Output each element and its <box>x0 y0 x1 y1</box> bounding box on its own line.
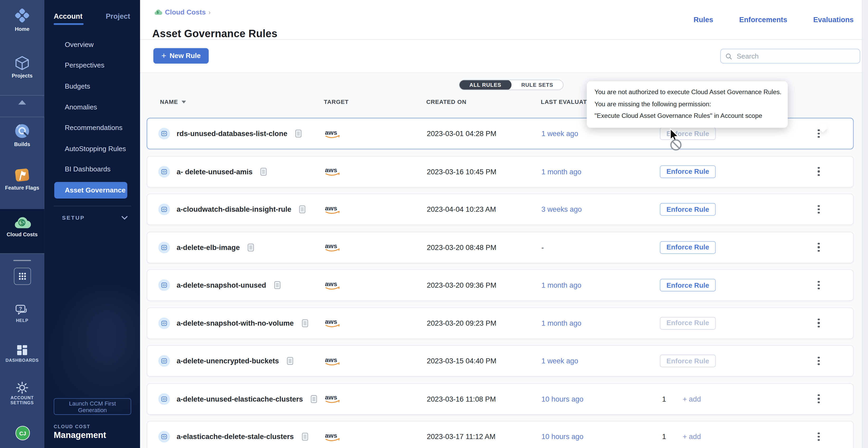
rail-item-dashboards[interactable]: DASHBOARDS <box>0 344 44 364</box>
svg-text:?: ? <box>19 306 22 311</box>
table-row[interactable]: a-elasticache-delete-stale-clusters aws … <box>147 421 854 448</box>
sidebar-item-bi-dashboards[interactable]: BI Dashboards <box>44 159 140 180</box>
module-rail: HomeProjectsBuildsFeature Flags$Cloud Co… <box>0 0 44 448</box>
enforce-rule-button[interactable]: Enforce Rule <box>660 165 716 178</box>
kebab-menu-icon[interactable] <box>813 278 824 292</box>
rail-item-builds[interactable]: Builds <box>0 123 44 148</box>
sidebar-item-perspectives[interactable]: Perspectives <box>44 55 140 76</box>
aws-logo: aws <box>324 204 427 215</box>
sidebar-tab-project[interactable]: Project <box>106 12 130 24</box>
kebab-menu-icon[interactable] <box>813 316 824 331</box>
last-evaluation: 1 week ago <box>541 130 660 138</box>
tab-all-rules[interactable]: ALL RULES <box>460 80 511 90</box>
sidebar-item-asset-governance[interactable]: Asset Governance <box>44 180 140 201</box>
sidebar-item-anomalies[interactable]: Anomalies <box>44 97 140 117</box>
enforce-rule-button[interactable]: Enforce Rule <box>660 279 716 291</box>
rail-item-label: Cloud Costs <box>7 232 37 238</box>
table-row[interactable]: a- delete-unused-amis aws 2023-03-16 10:… <box>147 156 854 187</box>
header-link-enforcements[interactable]: Enforcements <box>739 15 787 24</box>
header-link-rules[interactable]: Rules <box>693 15 713 24</box>
enforce-rule-button[interactable]: Enforce Rule <box>660 317 716 329</box>
enforce-rule-button[interactable]: Enforce Rule <box>660 203 716 216</box>
scrollbar-track[interactable] <box>862 0 868 448</box>
copy-icon[interactable] <box>299 205 306 213</box>
header-divider <box>140 39 868 40</box>
aws-logo: aws <box>324 393 427 404</box>
enforce-rule-button[interactable]: Enforce Rule <box>660 241 716 253</box>
search-input[interactable] <box>736 52 855 61</box>
enforce-rule-button[interactable]: Enforce Rule <box>660 355 716 367</box>
setup-section-toggle[interactable]: SETUP <box>44 215 140 221</box>
rail-item-cloud-costs[interactable]: $Cloud Costs <box>0 216 44 238</box>
copy-icon[interactable] <box>248 243 254 251</box>
plus-icon: + <box>161 51 166 60</box>
rail-item-label: ACCOUNT SETTINGS <box>6 396 38 406</box>
gear-icon <box>16 382 28 394</box>
copy-icon[interactable] <box>301 319 308 327</box>
sidebar-item-overview[interactable]: Overview <box>44 34 140 55</box>
rule-name: a-delete-unused-elasticache-clusters <box>177 395 303 403</box>
tooltip-text-line: You are not authorized to execute Cloud … <box>595 86 780 98</box>
sidebar-item-recommendations[interactable]: Recommendations <box>44 117 140 138</box>
rail-item-projects[interactable]: Projects <box>0 56 44 79</box>
enforce-rule-button[interactable]: Enforce Rule <box>660 127 716 140</box>
table-row[interactable]: a-delete-unused-elasticache-clusters aws… <box>147 383 854 415</box>
copy-icon[interactable] <box>274 281 281 289</box>
rule-icon <box>158 355 170 367</box>
sidebar-item-budgets[interactable]: Budgets <box>44 76 140 97</box>
sidebar-divider <box>54 206 131 206</box>
search-box[interactable] <box>720 49 860 64</box>
created-on: 2023-03-20 09:36 PM <box>427 281 541 289</box>
created-on: 2023-03-16 10:45 PM <box>427 167 541 176</box>
created-on: 2023-03-15 04:40 PM <box>427 357 541 365</box>
created-on: 2023-03-16 11:08 PM <box>427 395 541 403</box>
projects-icon <box>14 56 30 71</box>
breadcrumb-link-cloud-costs[interactable]: Cloud Costs <box>165 8 206 16</box>
rail-item-label: Feature Flags <box>5 185 39 192</box>
rail-item-account-settings[interactable]: ACCOUNT SETTINGS <box>0 382 44 406</box>
kebab-menu-icon[interactable] <box>813 354 824 368</box>
kebab-menu-icon[interactable] <box>813 202 824 217</box>
table-row[interactable]: a-delete-elb-image aws 2023-03-20 08:48 … <box>147 232 854 263</box>
breadcrumb-separator: › <box>209 9 211 15</box>
rule-icon <box>158 393 170 405</box>
column-header-created-on: CREATED ON <box>426 98 541 105</box>
aws-logo: aws <box>324 128 427 139</box>
new-rule-button[interactable]: + New Rule <box>153 48 209 64</box>
copy-icon[interactable] <box>287 357 293 365</box>
kebab-menu-icon[interactable] <box>813 164 824 179</box>
rule-name: a- delete-unused-amis <box>177 167 253 176</box>
avatar[interactable]: CJ <box>16 426 30 440</box>
table-row[interactable]: a-delete-unencrypted-buckets aws 2023-03… <box>147 345 854 377</box>
kebab-menu-icon[interactable] <box>813 240 824 254</box>
copy-icon[interactable] <box>311 395 317 403</box>
rule-icon <box>158 279 170 291</box>
copy-icon[interactable] <box>260 167 267 176</box>
copy-icon[interactable] <box>295 130 302 138</box>
copy-icon[interactable] <box>302 433 308 441</box>
launch-ccm-first-gen-button[interactable]: Launch CCM First Generation <box>54 398 131 415</box>
column-header-name[interactable]: NAME <box>147 98 324 105</box>
collapse-up-icon[interactable] <box>0 98 44 106</box>
sidebar-tab-account[interactable]: Account <box>54 12 82 24</box>
add-enforcement-link[interactable]: + add <box>683 395 701 403</box>
rule-icon <box>158 166 170 177</box>
header-link-evaluations[interactable]: Evaluations <box>813 15 854 24</box>
rail-item-label: Home <box>15 27 29 33</box>
action-cell: Enforce Rule <box>660 317 813 329</box>
add-enforcement-link[interactable]: + add <box>683 433 701 441</box>
rail-item-feature-flags[interactable]: Feature Flags <box>0 168 44 192</box>
table-row[interactable]: a-delete-snapshot-with-no-volume aws 202… <box>147 307 854 339</box>
kebab-menu-icon[interactable] <box>813 391 824 406</box>
rail-item-home[interactable]: Home <box>0 7 44 32</box>
enforcement-count: 1 <box>660 433 666 441</box>
rail-item-help[interactable]: ?HELP <box>0 304 44 323</box>
kebab-menu-icon[interactable] <box>813 429 824 444</box>
table-row[interactable]: a-delete-snapshot-unused aws 2023-03-20 … <box>147 270 854 301</box>
sidebar-item-autostopping-rules[interactable]: AutoStopping Rules <box>44 138 140 159</box>
rail-item-label: Projects <box>12 73 33 79</box>
table-row[interactable]: a-cloudwatch-disable-insight-rule aws 20… <box>147 194 854 225</box>
module-grid-icon[interactable] <box>14 268 31 285</box>
sidebar-item-label: Recommendations <box>65 124 122 132</box>
tab-rule-sets[interactable]: RULE SETS <box>511 80 563 90</box>
